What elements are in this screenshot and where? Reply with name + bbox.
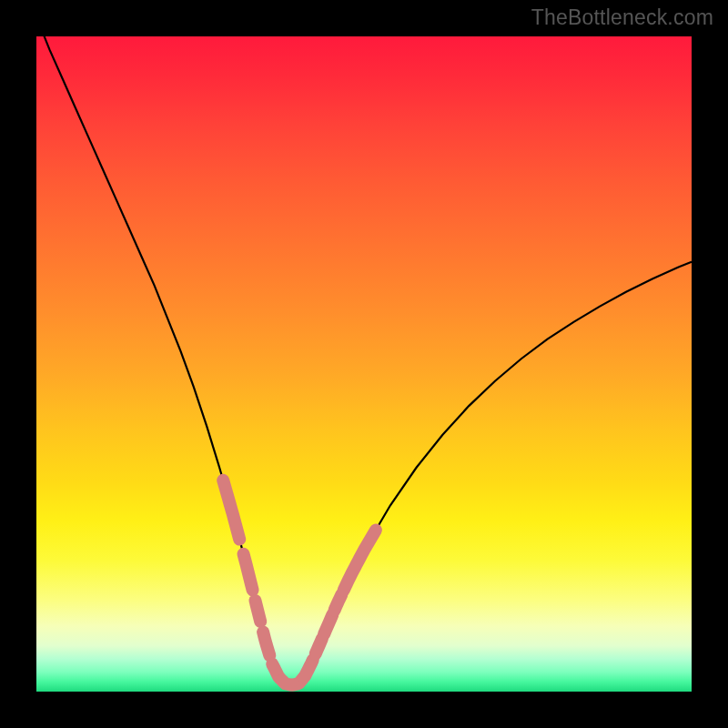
highlight-segment	[223, 480, 239, 540]
highlight-segment	[324, 614, 332, 634]
highlight-segment	[344, 530, 376, 590]
highlight-segment	[263, 632, 269, 655]
plot-area	[36, 36, 692, 692]
highlight-segment	[244, 554, 253, 591]
highlight-segment	[304, 660, 313, 677]
curve-svg	[36, 36, 692, 692]
highlight-segment	[335, 594, 342, 610]
watermark-text: TheBottleneck.com	[531, 5, 713, 30]
highlight-segment	[316, 639, 322, 654]
chart-frame: TheBottleneck.com	[0, 0, 728, 728]
bottleneck-curve	[36, 16, 692, 684]
highlight-segment	[255, 601, 260, 622]
highlight-group	[223, 480, 376, 685]
